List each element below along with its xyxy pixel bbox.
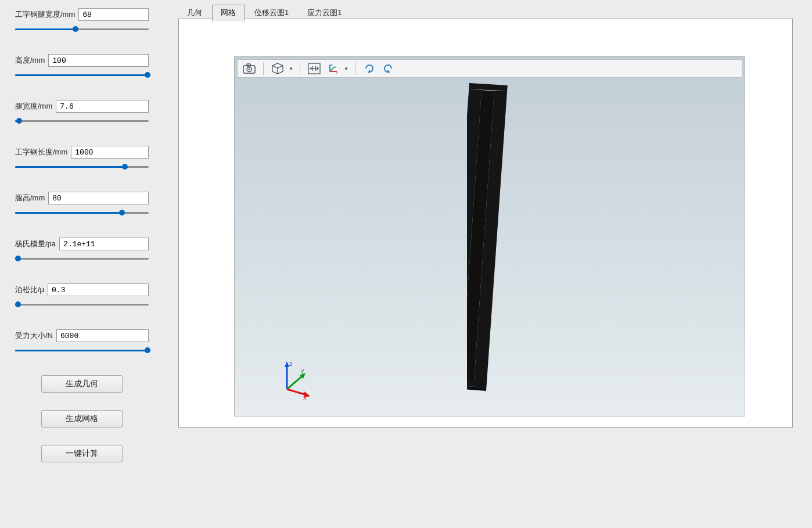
param-slider[interactable]	[15, 347, 149, 355]
mesh-model	[467, 83, 512, 391]
axis-triad: z y x	[276, 359, 317, 400]
axes-icon[interactable]: zxy	[325, 61, 341, 76]
rotate-cw-icon[interactable]	[361, 61, 378, 76]
param-label: 泊松比/μ	[15, 285, 44, 295]
svg-rect-1	[247, 64, 250, 66]
svg-text:z: z	[331, 63, 333, 66]
param-control: 受力大小/N	[15, 329, 149, 355]
param-label: 高度/mm	[15, 55, 45, 66]
svg-text:z: z	[289, 360, 293, 367]
param-slider[interactable]	[15, 117, 149, 125]
param-input[interactable]	[56, 329, 149, 342]
cube-icon[interactable]	[270, 61, 286, 76]
param-input[interactable]	[71, 146, 149, 159]
one-click-calc-button[interactable]: 一键计算	[41, 445, 123, 462]
param-label: 受力大小/N	[15, 331, 53, 341]
param-input[interactable]	[48, 192, 149, 204]
axes-dropdown-caret[interactable]: ▼	[343, 66, 349, 71]
svg-text:y: y	[335, 64, 336, 68]
svg-text:x: x	[336, 71, 337, 74]
param-slider[interactable]	[15, 163, 149, 171]
param-panel: 工字钢腿宽度/mm高度/mm腿宽度/mm工字钢长度/mm腿高/mm杨氏模量/pa…	[15, 8, 149, 480]
param-label: 工字钢腿宽度/mm	[15, 9, 75, 20]
param-label: 工字钢长度/mm	[15, 147, 67, 157]
rotate-ccw-icon[interactable]	[380, 61, 396, 76]
param-input[interactable]	[48, 283, 149, 296]
svg-line-14	[330, 67, 335, 71]
toolbar-separator	[300, 62, 300, 75]
svg-text:x: x	[303, 394, 307, 400]
param-control: 腿高/mm	[15, 192, 149, 217]
tab[interactable]: 网格	[212, 5, 245, 21]
param-control: 泊松比/μ	[15, 283, 149, 309]
toolbar-separator	[263, 62, 264, 75]
param-control: 工字钢长度/mm	[15, 146, 149, 171]
cube-dropdown-caret[interactable]: ▼	[288, 66, 294, 71]
param-control: 工字钢腿宽度/mm	[15, 8, 149, 34]
param-label: 腿高/mm	[15, 193, 45, 203]
viewport-frame: ▼ zxy ▼	[178, 19, 793, 428]
viewport-toolbar: ▼ zxy ▼	[237, 59, 742, 78]
svg-text:y: y	[301, 367, 304, 374]
param-input[interactable]	[56, 100, 149, 113]
param-control: 腿宽度/mm	[15, 100, 149, 125]
param-label: 腿宽度/mm	[15, 101, 52, 112]
param-slider[interactable]	[15, 71, 149, 80]
svg-point-3	[248, 69, 250, 70]
param-control: 高度/mm	[15, 54, 149, 80]
param-control: 杨氏模量/pa	[15, 238, 149, 263]
svg-line-30	[287, 375, 303, 389]
param-input[interactable]	[48, 54, 149, 67]
param-slider[interactable]	[15, 209, 149, 217]
param-slider[interactable]	[15, 255, 149, 263]
generate-geometry-button[interactable]: 生成几何	[41, 375, 123, 393]
action-buttons: 生成几何 生成网格 一键计算	[15, 375, 149, 462]
camera-icon[interactable]	[241, 61, 257, 76]
param-label: 杨氏模量/pa	[15, 239, 56, 249]
toolbar-separator	[355, 62, 355, 75]
param-input[interactable]	[78, 8, 149, 21]
fit-view-icon[interactable]	[306, 61, 322, 76]
param-slider[interactable]	[15, 301, 149, 309]
svg-marker-28	[285, 361, 289, 367]
param-input[interactable]	[59, 238, 149, 250]
generate-mesh-button[interactable]: 生成网格	[41, 410, 123, 428]
param-slider[interactable]	[15, 26, 149, 34]
viewport-3d[interactable]: ▼ zxy ▼	[234, 56, 745, 416]
